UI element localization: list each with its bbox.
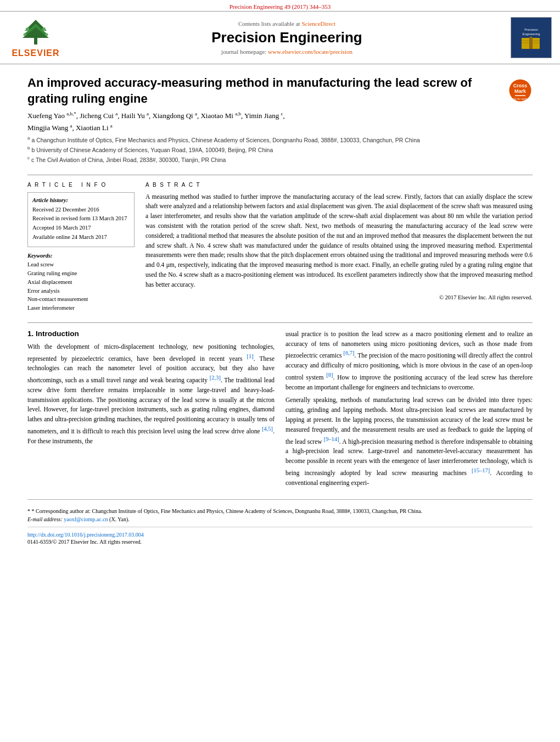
ref-6-7[interactable]: [6,7]: [343, 350, 354, 356]
journal-citation-bar: Precision Engineering 49 (2017) 344–353: [0, 0, 560, 11]
svg-text:Mark: Mark: [514, 88, 527, 94]
keyword-2: Grating ruling engine: [27, 269, 135, 278]
doi-line: http://dx.doi.org/10.1016/j.precisioneng…: [27, 531, 533, 539]
crossmark-icon: Cross Mark check for updates: [508, 78, 533, 103]
intro-two-col: 1. Introduction With the development of …: [27, 330, 533, 492]
ref-4-5[interactable]: [4,5]: [262, 426, 273, 432]
footer-divider: [27, 527, 533, 527]
revised-date: Received in revised form 13 March 2017: [32, 215, 130, 223]
right-column: A B S T R A C T A measuring method was s…: [145, 182, 533, 313]
keyword-3: Axial displacement: [27, 278, 135, 287]
article-info-heading: A R T I C L E I N F O: [27, 182, 135, 188]
accepted-date: Accepted 16 March 2017: [32, 224, 130, 232]
svg-rect-0: [34, 38, 37, 44]
header-center: Contents lists available at ScienceDirec…: [69, 20, 505, 55]
ref-2-3[interactable]: [2,3]: [210, 375, 221, 381]
affiliations: a a Changchun Institute of Optics, Fine …: [27, 135, 533, 165]
keyword-5: Non-contact measurement: [27, 295, 135, 304]
article-info-box: Article history: Received 22 December 20…: [27, 192, 135, 248]
article-history-heading: Article history:: [32, 197, 130, 203]
svg-point-6: [24, 34, 26, 36]
homepage-line: journal homepage: www.elsevier.com/locat…: [69, 48, 505, 55]
doi-link[interactable]: http://dx.doi.org/10.1016/j.precisioneng…: [27, 532, 144, 538]
abstract-heading: A B S T R A C T: [145, 182, 533, 188]
authors-line: Xuefeng Yao a,b,*, Jicheng Cui a, Haili …: [27, 111, 533, 120]
svg-text:Engineering: Engineering: [522, 32, 540, 36]
svg-text:Cross: Cross: [513, 83, 528, 88]
intro-left-text: With the development of micro-displaceme…: [27, 342, 275, 447]
journal-citation: Precision Engineering 49 (2017) 344–353: [229, 3, 331, 10]
authors-line-2: Mingjia Wang a, Xiaotian Li a: [27, 123, 533, 132]
svg-point-4: [26, 27, 29, 31]
pe-journal-logo: Precision Engineering: [511, 17, 552, 58]
svg-text:check for updates: check for updates: [509, 97, 531, 101]
elsevier-logo: ELSEVIER: [8, 17, 63, 58]
email-footnote: E-mail address: yaoxf@ciomp.ac.cn (X. Ya…: [27, 515, 533, 523]
intro-right: usual practice is to position the lead s…: [285, 330, 533, 492]
elsevier-tree-icon: [19, 17, 52, 47]
keywords-section: Keywords: Lead screw Grating ruling engi…: [27, 253, 135, 313]
email-link[interactable]: yaoxf@ciomp.ac.cn: [64, 516, 108, 522]
main-content: An improved accuracy-measuring method in…: [0, 64, 560, 556]
ref-1[interactable]: [1]: [247, 353, 254, 359]
received-date: Received 22 December 2016: [32, 206, 130, 214]
contents-line: Contents lists available at ScienceDirec…: [69, 20, 505, 27]
pe-logo-svg: Precision Engineering: [516, 23, 546, 53]
svg-rect-11: [522, 38, 530, 49]
introduction-section: 1. Introduction With the development of …: [27, 322, 533, 545]
keyword-1: Lead screw: [27, 260, 135, 269]
abstract-text: A measuring method was studied to furthe…: [145, 192, 533, 290]
article-title: An improved accuracy-measuring method in…: [27, 75, 500, 107]
star-footnote: * * Corresponding author at: Changchun I…: [27, 507, 533, 515]
keyword-4: Error analysis: [27, 287, 135, 295]
svg-point-5: [42, 27, 46, 31]
keyword-6: Laser interferometer: [27, 304, 135, 313]
article-title-section: An improved accuracy-measuring method in…: [27, 75, 533, 107]
homepage-url[interactable]: www.elsevier.com/locate/precision: [268, 48, 352, 55]
elsevier-wordmark: ELSEVIER: [12, 48, 59, 58]
keywords-heading: Keywords:: [27, 253, 135, 259]
affiliation-b: b b University of Chinese Academy of Sci…: [27, 145, 533, 154]
available-date: Available online 24 March 2017: [32, 233, 130, 242]
ref-8[interactable]: [8]: [326, 372, 333, 378]
ref-15-17[interactable]: [15–17]: [472, 467, 490, 473]
svg-rect-12: [531, 38, 540, 49]
svg-text:Precision: Precision: [524, 28, 538, 31]
affiliation-a: a a Changchun Institute of Optics, Fine …: [27, 135, 533, 144]
svg-point-7: [46, 34, 48, 36]
footer-section: * * Corresponding author at: Changchun I…: [27, 499, 533, 545]
intro-left: 1. Introduction With the development of …: [27, 330, 275, 492]
intro-title: 1. Introduction: [27, 330, 275, 338]
copyright-line: © 2017 Elsevier Inc. All rights reserved…: [145, 294, 533, 300]
journal-header: ELSEVIER Contents lists available at Sci…: [0, 11, 560, 64]
journal-title: Precision Engineering: [69, 29, 505, 46]
ref-9-14[interactable]: [9–14]: [324, 436, 339, 442]
intro-right-text: usual practice is to position the lead s…: [285, 330, 533, 488]
left-column: A R T I C L E I N F O Article history: R…: [27, 182, 135, 313]
affiliation-c: c c The Civil Aviation of China, Jinbei …: [27, 155, 533, 164]
info-abstract-section: A R T I C L E I N F O Article history: R…: [27, 175, 533, 313]
issn-line: 0141-6359/© 2017 Elsevier Inc. All right…: [27, 539, 533, 545]
sciencedirect-link[interactable]: ScienceDirect: [301, 20, 335, 27]
